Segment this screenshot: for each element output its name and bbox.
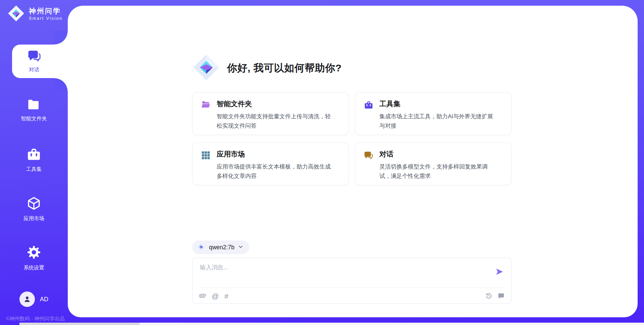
horizontal-scrollbar[interactable] xyxy=(19,323,644,325)
main-panel: 你好, 我可以如何帮助你? 智能文件夹 智能文件夹功能支持批量文件上传与清洗，轻… xyxy=(68,6,638,317)
feature-cards: 智能文件夹 智能文件夹功能支持批量文件上传与清洗，轻松实现文件问答 工具集 集成… xyxy=(192,92,512,185)
gear-icon xyxy=(26,245,42,261)
sidebar-item-settings[interactable]: 系统设置 xyxy=(0,245,68,271)
chat-bubbles-icon xyxy=(28,49,41,64)
composer: @ # xyxy=(192,258,512,304)
hash-button[interactable]: # xyxy=(224,292,228,300)
brand-logo-icon xyxy=(7,5,25,23)
sidebar-item-label: 系统设置 xyxy=(23,264,44,271)
brand: 神州问学 Smart Vision xyxy=(7,5,63,23)
sidebar-item-smart-folder[interactable]: 智能文件夹 xyxy=(0,99,68,122)
folder-open-icon xyxy=(201,101,211,110)
send-icon xyxy=(495,267,504,276)
sidebar-item-label: 工具集 xyxy=(26,166,42,173)
scrollbar-thumb[interactable] xyxy=(19,323,140,325)
card-smart-folder[interactable]: 智能文件夹 智能文件夹功能支持批量文件上传与清洗，轻松实现文件问答 xyxy=(192,92,349,135)
brand-subtitle: Smart Vision xyxy=(29,16,63,21)
tab-fillet-top xyxy=(54,31,68,45)
composer-divider xyxy=(198,287,506,288)
sidebar-item-app-market[interactable]: 应用市场 xyxy=(0,196,68,222)
message-input[interactable] xyxy=(199,263,479,283)
hash-icon: # xyxy=(224,292,228,300)
card-app-market[interactable]: 应用市场 应用市场提供丰富长文本模板，助力高效生成多样化文章内容 xyxy=(192,142,349,185)
model-selector[interactable]: qwen2:7b xyxy=(192,241,249,254)
gem-diamond-icon xyxy=(192,53,220,83)
card-title: 工具集 xyxy=(379,99,400,109)
attach-button[interactable] xyxy=(199,292,206,300)
greeting-title: 你好, 我可以如何帮助你? xyxy=(227,61,342,75)
card-toolset[interactable]: 工具集 集成市场上主流工具，助力AI与外界无缝扩展与对接 xyxy=(355,92,512,135)
card-chat[interactable]: 对话 灵活切换多模型文件，支持多样回复效果调试，满足个性化需求 xyxy=(355,142,512,185)
toolbox-icon xyxy=(26,147,41,163)
mention-button[interactable]: @ xyxy=(212,292,219,300)
chat-bubble-icon xyxy=(498,292,504,299)
composer-tools-right xyxy=(485,292,504,299)
card-description: 应用市场提供丰富长文本模板，助力高效生成多样化文章内容 xyxy=(217,162,334,181)
model-logo-icon xyxy=(197,243,205,252)
brand-name: 神州问学 xyxy=(29,7,63,15)
paperclip-icon xyxy=(199,292,206,300)
history-button[interactable] xyxy=(485,292,492,299)
chat-bubble-button[interactable] xyxy=(498,292,504,299)
sidebar-item-label: 智能文件夹 xyxy=(21,115,47,122)
card-title: 应用市场 xyxy=(217,149,245,159)
chat-bubbles-icon xyxy=(364,151,373,161)
mention-icon: @ xyxy=(212,292,219,300)
person-icon xyxy=(23,295,32,304)
folder-icon xyxy=(27,99,41,112)
cube-icon xyxy=(26,196,41,212)
app-background: 神州问学 Smart Vision 对话 智能文件夹 xyxy=(0,0,644,325)
history-icon xyxy=(485,292,492,299)
sidebar-item-label: 应用市场 xyxy=(23,215,44,222)
composer-tools-left: @ # xyxy=(199,292,228,300)
card-description: 智能文件夹功能支持批量文件上传与清洗，轻松实现文件问答 xyxy=(217,112,334,131)
user-profile[interactable]: AD xyxy=(0,291,68,307)
sidebar: 神州问学 Smart Vision 对话 智能文件夹 xyxy=(0,0,68,325)
sidebar-item-toolset[interactable]: 工具集 xyxy=(0,147,68,173)
grid-icon xyxy=(201,151,210,161)
model-name: qwen2:7b xyxy=(209,244,234,251)
sidebar-item-label: 对话 xyxy=(29,66,40,73)
sidebar-item-chat[interactable]: 对话 xyxy=(12,45,68,78)
briefcase-icon xyxy=(364,101,373,111)
user-initials: AD xyxy=(40,296,48,303)
card-description: 集成市场上主流工具，助力AI与外界无缝扩展与对接 xyxy=(379,112,497,131)
card-title: 智能文件夹 xyxy=(217,99,252,109)
tab-fillet-bottom xyxy=(54,78,68,91)
send-button[interactable] xyxy=(495,267,504,276)
card-title: 对话 xyxy=(379,149,393,159)
chevron-down-icon xyxy=(238,244,243,251)
avatar xyxy=(19,291,35,307)
card-description: 灵活切换多模型文件，支持多样回复效果调试，满足个性化需求 xyxy=(379,162,497,181)
greeting: 你好, 我可以如何帮助你? xyxy=(192,54,342,82)
sidebar-footer: ©神州数码 · 神州问学出品 xyxy=(6,316,64,322)
